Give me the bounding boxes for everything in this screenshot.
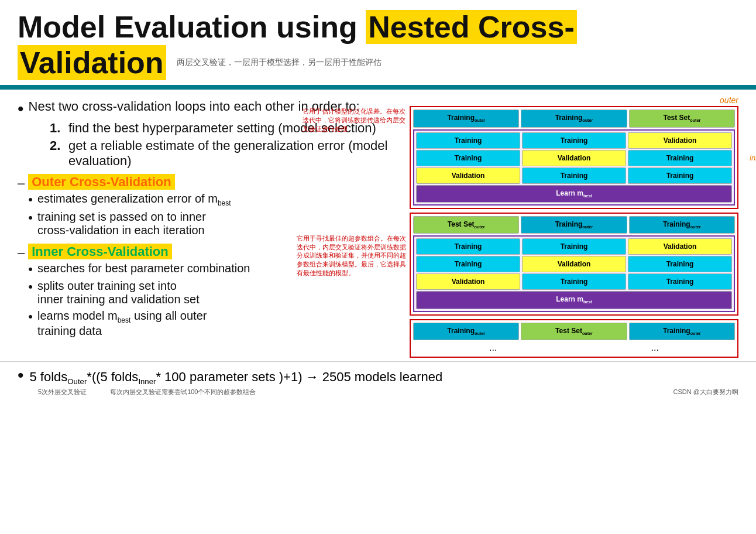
outer-sub: Outer xyxy=(67,378,87,386)
cell-training-2i3a: Training xyxy=(522,273,626,290)
cell-training-2i1b: Training xyxy=(522,238,626,255)
num-1: 1. xyxy=(50,121,63,136)
cell-testset-outer-3: Test Setouter xyxy=(521,323,627,340)
inner-cv-title: Inner Cross-Validation xyxy=(28,244,172,259)
cell-training-2i2b: Training xyxy=(628,256,732,272)
csdn-label: CSDN @大白要努力啊 xyxy=(673,388,738,396)
outer-fold-3: Trainingouter Test Setouter Trainingoute… xyxy=(410,319,738,358)
cell-validation-2i2: Validation xyxy=(522,256,626,272)
cell-training-2i2a: Training xyxy=(416,256,520,272)
cell-training-outer-3b: Trainingouter xyxy=(629,323,735,340)
bottom-cn-row: 5次外层交叉验证 每次内层交叉验证需要尝试100个不同的超参数组合 CSDN @… xyxy=(38,388,738,396)
inner-sub3-line1: learns model mbest using all outer xyxy=(37,309,207,322)
inner-row-2c: Validation Training Training xyxy=(416,273,732,290)
cell-training-i3b: Training xyxy=(628,167,732,184)
inner-sub2-line1: splits outer training set into xyxy=(37,279,177,292)
outer-row-1: Trainingouter Trainingouter Test Setoute… xyxy=(413,109,735,127)
inner-sub2-dot: • xyxy=(28,279,33,294)
cell-validation-i1: Validation xyxy=(628,132,732,149)
cell-testset-outer-1: Test Setouter xyxy=(629,109,735,127)
outer-sub2-line1: training set is passed on to inner xyxy=(37,210,206,223)
outer-cv-block: Outer Cross-Validation • estimates gener… xyxy=(28,174,231,242)
outer-dash: – xyxy=(18,176,25,191)
inner-sub3-line2: training data xyxy=(37,324,102,337)
title-line2-row: Validation 两层交叉验证，一层用于模型选择，另一层用于性能评估 xyxy=(18,45,738,80)
inner-sub1-text: searches for best parameter combination xyxy=(37,262,250,275)
dots-2: ... xyxy=(575,341,736,354)
header: Model Evaluation using Nested Cross- Val… xyxy=(0,0,756,80)
title-line2: Validation xyxy=(18,45,166,80)
cell-training-outer-1a: Trainingouter xyxy=(413,109,519,127)
inner-annotation: 它用于寻找最佳的超参数组合。在每次迭代中，内层交叉验证将外层训练数据分成训练集和… xyxy=(297,234,408,277)
inner-row-2a: Training Training Validation xyxy=(416,238,732,255)
bottom-formula-row: • 5 foldsOuter*((5 foldsInner* 100 param… xyxy=(18,365,738,386)
cell-training-2i3b: Training xyxy=(628,273,732,290)
inner-sub2-line2: inner training and validation set xyxy=(37,293,200,306)
cell-training-outer-1b: Trainingouter xyxy=(521,109,627,127)
cell-training-outer-2b: Trainingouter xyxy=(629,216,735,234)
title-highlight: Nested Cross- xyxy=(366,10,577,44)
outer-sub1-text: estimates generalization error of mbest xyxy=(37,192,231,207)
outer-label-top: outer xyxy=(410,95,738,105)
bottom-bullet-dot: • xyxy=(18,365,24,385)
cell-validation-2i1: Validation xyxy=(628,238,732,255)
inner-label: inner xyxy=(750,153,756,162)
title-line1: Model Evaluation using Nested Cross- xyxy=(18,11,738,44)
inner-cv-sub1: • searches for best parameter combinatio… xyxy=(28,262,250,276)
outer-cv-sub-bullets: • estimates generalization error of mbes… xyxy=(28,192,231,237)
inner-row-1a: Training Training Validation xyxy=(416,132,732,149)
outer-row-3: Trainingouter Test Setouter Trainingoute… xyxy=(413,323,735,340)
cell-training-i3a: Training xyxy=(522,167,626,184)
outer-fold-1: Trainingouter Trainingouter Test Setoute… xyxy=(410,106,738,209)
inner-fold-box-2: Training Training Validation Training Va… xyxy=(413,235,735,312)
outer-sub2-line2: cross-validation in each iteration xyxy=(37,224,205,237)
right-column: outer Trainingouter Trainingouter Test S… xyxy=(404,95,738,361)
cell-training-outer-3a: Trainingouter xyxy=(413,323,519,340)
best-sub2: best xyxy=(118,316,131,324)
cell-training-i1b: Training xyxy=(522,132,626,149)
outer-label-text: outer xyxy=(720,95,738,105)
dots-row: ... ... xyxy=(413,341,735,354)
inner-cv-sub3: • learns model mbest using all outer tra… xyxy=(28,309,250,338)
subtitle-cn: 两层交叉验证，一层用于模型选择，另一层用于性能评估 xyxy=(177,57,382,68)
inner-sub: Inner xyxy=(138,378,156,386)
learn-row-1: Learn mbest xyxy=(416,185,732,203)
inner-cv-title-row: Inner Cross-Validation xyxy=(28,244,250,259)
numbered-item-2: 2. get a reliable estimate of the genera… xyxy=(50,138,404,169)
inner-sub1-dot: • xyxy=(28,262,33,276)
cell-validation-i2: Validation xyxy=(522,150,626,166)
outer-cv-title: Outer Cross-Validation xyxy=(28,174,174,190)
inner-sub3-text: learns model mbest using all outer train… xyxy=(37,309,207,338)
cell-testset-outer-2: Test Setouter xyxy=(413,216,519,234)
teal-divider xyxy=(0,85,756,90)
dots-1: ... xyxy=(413,341,573,354)
learn-row-2: Learn mbest xyxy=(416,291,732,309)
inner-row-2b: Training Validation Training xyxy=(416,256,732,272)
outer-annotation-text: 它用于估计模型的泛化误差。在每次迭代中，它将训练数据传递给内层交叉验证进行处理 xyxy=(303,108,406,132)
cell-validation-2i3: Validation xyxy=(416,273,520,290)
bottom-cn2: 每次内层交叉验证需要尝试100个不同的超参数组合 xyxy=(110,388,256,396)
outer-row-2: Test Setouter Trainingouter Trainingoute… xyxy=(413,216,735,234)
num-2: 2. xyxy=(50,138,63,169)
inner-cv-sub-bullets: • searches for best parameter combinatio… xyxy=(28,262,250,338)
item2-text: get a reliable estimate of the generaliz… xyxy=(68,138,404,169)
cell-training-outer-2a: Trainingouter xyxy=(521,216,627,234)
bottom-section: • 5 foldsOuter*((5 foldsInner* 100 param… xyxy=(0,361,756,400)
inner-cv-sub2: • splits outer training set into inner t… xyxy=(28,279,250,306)
outer-cv-sub1: • estimates generalization error of mbes… xyxy=(28,192,231,207)
cell-learn-best-1: Learn mbest xyxy=(416,185,732,203)
title-text-part1: Model Evaluation using xyxy=(18,10,366,44)
inner-annotation-text: 它用于寻找最佳的超参数组合。在每次迭代中，内层交叉验证将外层训练数据分成训练集和… xyxy=(297,235,406,276)
outer-cv-sub2: • training set is passed on to inner cro… xyxy=(28,210,231,237)
inner-row-1b: Training Validation Training xyxy=(416,150,732,166)
bottom-cn1: 5次外层交叉验证 xyxy=(38,388,87,396)
cell-learn-best-2: Learn mbest xyxy=(416,291,732,309)
outer-annotation: 它用于估计模型的泛化误差。在每次迭代中，它将训练数据传递给内层交叉验证进行处理 xyxy=(303,107,408,133)
inner-sub2-text: splits outer training set into inner tra… xyxy=(37,279,200,306)
outer-sub1-dot: • xyxy=(28,192,33,207)
outer-cv-title-row: Outer Cross-Validation xyxy=(28,174,231,190)
cell-training-i2b: Training xyxy=(628,150,732,166)
cell-training-2i1a: Training xyxy=(416,238,520,255)
inner-fold-box-1: Training Training Validation Training Va… xyxy=(413,129,735,206)
page: Model Evaluation using Nested Cross- Val… xyxy=(0,0,756,534)
